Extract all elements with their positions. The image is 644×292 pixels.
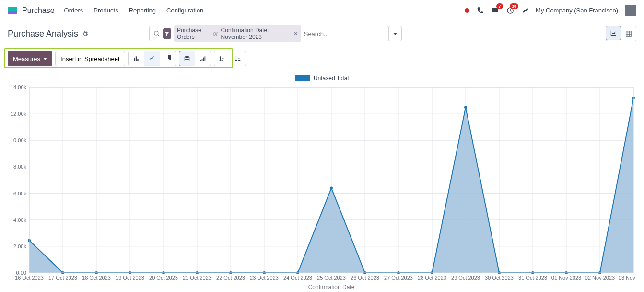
svg-text:03 Nov 2023: 03 Nov 2023 xyxy=(619,275,636,280)
app-name[interactable]: Purchase xyxy=(22,6,55,15)
app-icon[interactable] xyxy=(8,7,17,14)
svg-rect-2 xyxy=(626,31,631,36)
svg-text:6.00k: 6.00k xyxy=(13,191,26,196)
svg-text:12.00k: 12.00k xyxy=(11,111,27,117)
svg-text:31 Oct 2023: 31 Oct 2023 xyxy=(518,275,547,280)
svg-rect-7 xyxy=(200,60,201,61)
sort-asc-button[interactable] xyxy=(230,51,246,66)
svg-text:27 Oct 2023: 27 Oct 2023 xyxy=(384,275,413,280)
toolbar-wrap: Measures Insert in Spreadsheet xyxy=(0,46,644,71)
search-box[interactable]: Purchase Orders or Confirmation Date: No… xyxy=(149,26,389,41)
search-options-toggle[interactable] xyxy=(388,26,402,41)
facet-main: Purchase Orders xyxy=(177,27,210,40)
svg-text:14.00k: 14.00k xyxy=(11,85,27,90)
bar-chart-button[interactable] xyxy=(128,51,144,66)
pie-chart-button[interactable] xyxy=(160,51,176,66)
line-chart-button[interactable] xyxy=(144,51,160,66)
measures-button[interactable]: Measures xyxy=(8,51,52,66)
svg-text:Confirmation Date: Confirmation Date xyxy=(308,284,355,290)
svg-text:24 Oct 2023: 24 Oct 2023 xyxy=(283,275,312,280)
user-avatar[interactable] xyxy=(625,5,636,16)
toolbar: Measures Insert in Spreadsheet xyxy=(5,49,639,68)
svg-rect-5 xyxy=(137,59,138,61)
svg-point-59 xyxy=(464,106,467,109)
svg-text:19 Oct 2023: 19 Oct 2023 xyxy=(116,275,144,280)
search-input[interactable] xyxy=(304,30,385,37)
chart-area: Untaxed Total 0.002.00k4.00k6.00k8.00k10… xyxy=(0,71,644,292)
svg-rect-8 xyxy=(201,59,202,61)
cumulative-button[interactable] xyxy=(195,51,211,66)
sort-desc-button[interactable] xyxy=(214,51,230,66)
legend-label: Untaxed Total xyxy=(314,75,349,82)
search-facet: Purchase Orders or Confirmation Date: No… xyxy=(174,25,301,42)
svg-text:17 Oct 2023: 17 Oct 2023 xyxy=(48,275,77,280)
svg-text:4.00k: 4.00k xyxy=(13,217,26,223)
company-switcher[interactable]: My Company (San Francisco) xyxy=(536,7,618,14)
svg-text:01 Nov 2023: 01 Nov 2023 xyxy=(551,275,581,280)
chart-type-group xyxy=(128,51,176,66)
svg-point-6 xyxy=(185,56,189,58)
activities-badge: 30 xyxy=(510,3,518,9)
navbar: Purchase Orders Products Reporting Confi… xyxy=(0,0,644,21)
page-title: Purchase Analysis xyxy=(8,29,78,39)
breadcrumb-bar: Purchase Analysis Purchase Orders or Con… xyxy=(0,21,644,46)
chevron-down-icon xyxy=(393,33,397,35)
pivot-view-button[interactable] xyxy=(621,26,636,41)
nav-configuration[interactable]: Configuration xyxy=(166,7,203,14)
sort-group xyxy=(214,51,246,66)
phone-icon[interactable] xyxy=(476,7,484,14)
svg-text:29 Oct 2023: 29 Oct 2023 xyxy=(451,275,480,280)
measures-label: Measures xyxy=(13,55,40,62)
chevron-down-icon xyxy=(43,58,47,60)
facet-remove-icon[interactable]: ✕ xyxy=(292,30,298,37)
svg-rect-4 xyxy=(135,56,136,61)
nav-reporting[interactable]: Reporting xyxy=(129,7,156,14)
stacked-button[interactable] xyxy=(179,51,195,66)
svg-text:8.00k: 8.00k xyxy=(13,164,26,170)
status-dot-icon[interactable] xyxy=(465,8,469,13)
svg-text:21 Oct 2023: 21 Oct 2023 xyxy=(183,275,211,280)
svg-text:02 Nov 2023: 02 Nov 2023 xyxy=(585,275,615,280)
svg-text:10.00k: 10.00k xyxy=(11,137,27,143)
nav-right: 7 30 My Company (San Francisco) xyxy=(465,5,636,16)
svg-text:2.00k: 2.00k xyxy=(13,243,26,249)
filter-icon[interactable] xyxy=(163,28,171,39)
svg-rect-9 xyxy=(203,58,204,61)
nav-menu: Orders Products Reporting Configuration xyxy=(64,7,204,14)
svg-text:23 Oct 2023: 23 Oct 2023 xyxy=(250,275,279,280)
view-switcher xyxy=(606,26,636,41)
svg-text:20 Oct 2023: 20 Oct 2023 xyxy=(149,275,178,280)
chart-legend: Untaxed Total xyxy=(8,75,636,82)
legend-swatch xyxy=(295,75,310,81)
svg-rect-3 xyxy=(134,58,135,61)
tools-icon[interactable] xyxy=(521,7,529,14)
messages-icon[interactable]: 7 xyxy=(491,6,499,15)
insert-spreadsheet-button[interactable]: Insert in Spreadsheet xyxy=(55,51,125,66)
nav-products[interactable]: Products xyxy=(94,7,118,14)
svg-text:18 Oct 2023: 18 Oct 2023 xyxy=(82,275,111,280)
svg-text:30 Oct 2023: 30 Oct 2023 xyxy=(485,275,514,280)
search-wrap: Purchase Orders or Confirmation Date: No… xyxy=(149,26,402,41)
activities-icon[interactable]: 30 xyxy=(506,6,515,15)
svg-text:22 Oct 2023: 22 Oct 2023 xyxy=(216,275,245,280)
svg-rect-10 xyxy=(204,56,205,61)
svg-text:16 Oct 2023: 16 Oct 2023 xyxy=(15,275,44,280)
chart-modifier-group xyxy=(179,51,211,66)
facet-second: Confirmation Date: November 2023 xyxy=(221,27,290,40)
graph-view-button[interactable] xyxy=(606,26,621,40)
svg-point-55 xyxy=(330,187,333,190)
svg-text:28 Oct 2023: 28 Oct 2023 xyxy=(418,275,446,280)
search-icon xyxy=(153,30,160,37)
gear-icon[interactable] xyxy=(82,31,88,37)
svg-text:25 Oct 2023: 25 Oct 2023 xyxy=(317,275,346,280)
messages-badge: 7 xyxy=(496,3,503,9)
facet-or: or xyxy=(212,30,219,37)
svg-text:26 Oct 2023: 26 Oct 2023 xyxy=(351,275,379,280)
chart-canvas: 0.002.00k4.00k6.00k8.00k10.00k12.00k14.0… xyxy=(8,84,636,290)
nav-orders[interactable]: Orders xyxy=(64,7,83,14)
svg-point-1 xyxy=(154,31,158,35)
